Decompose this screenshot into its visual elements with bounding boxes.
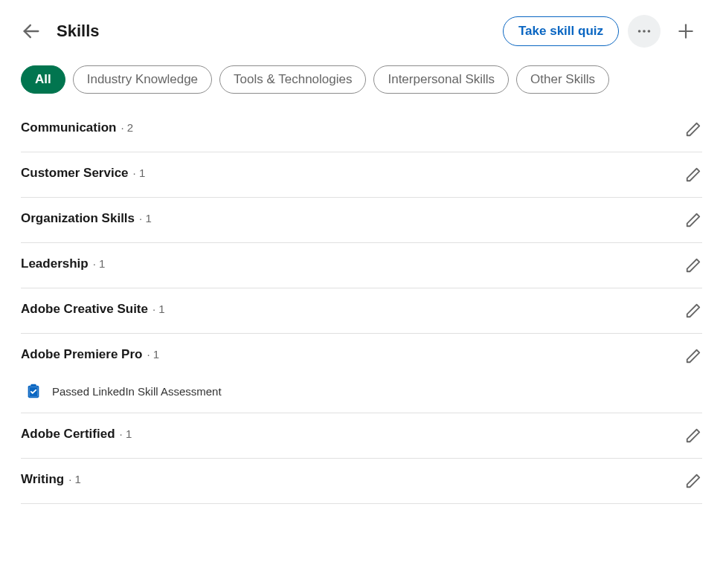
- assessment-line: Passed LinkedIn Skill Assessment: [25, 383, 222, 399]
- skill-name: Customer Service: [21, 166, 129, 181]
- header-left: Skills: [21, 21, 99, 42]
- pencil-icon[interactable]: [684, 166, 702, 184]
- skill-info: Customer Service· 1: [21, 166, 145, 181]
- assessment-text: Passed LinkedIn Skill Assessment: [52, 385, 222, 398]
- pencil-icon[interactable]: [684, 472, 702, 490]
- svg-point-1: [638, 30, 641, 33]
- pencil-icon[interactable]: [684, 427, 702, 445]
- pencil-icon[interactable]: [684, 256, 702, 274]
- skill-title-line: Leadership· 1: [21, 256, 105, 271]
- take-skill-quiz-button[interactable]: Take skill quiz: [503, 16, 619, 46]
- clipboard-check-icon: [25, 383, 42, 399]
- skill-info: Adobe Premiere Pro· 1Passed LinkedIn Ski…: [21, 347, 222, 399]
- skill-endorsement-count: · 2: [120, 121, 133, 134]
- skill-title-line: Organization Skills· 1: [21, 211, 152, 226]
- skill-title-line: Customer Service· 1: [21, 166, 145, 181]
- skill-endorsement-count: · 1: [133, 167, 146, 179]
- skill-endorsement-count: · 1: [120, 427, 132, 440]
- skill-endorsement-count: · 1: [68, 473, 81, 485]
- skill-row: Adobe Creative Suite· 1: [21, 288, 702, 334]
- skill-name: Writing: [21, 472, 64, 487]
- skill-title-line: Communication· 2: [21, 120, 133, 135]
- filter-pill-tools-technologies[interactable]: Tools & Technologies: [219, 65, 366, 94]
- pencil-icon[interactable]: [684, 302, 702, 320]
- back-icon[interactable]: [21, 21, 42, 42]
- skill-row: Organization Skills· 1: [21, 198, 702, 243]
- skill-info: Adobe Certified· 1: [21, 427, 132, 442]
- skill-info: Adobe Creative Suite· 1: [21, 302, 165, 317]
- add-button[interactable]: [669, 15, 702, 48]
- pencil-icon[interactable]: [684, 347, 702, 365]
- skills-list: Communication· 2Customer Service· 1Organ…: [21, 113, 702, 504]
- skill-endorsement-count: · 1: [147, 348, 159, 361]
- skill-endorsement-count: · 1: [139, 212, 152, 224]
- skill-name: Adobe Premiere Pro: [21, 347, 142, 362]
- filter-pill-interpersonal-skills[interactable]: Interpersonal Skills: [373, 65, 509, 94]
- pencil-icon[interactable]: [684, 120, 702, 138]
- svg-point-2: [643, 30, 646, 33]
- skill-row: Communication· 2: [21, 113, 702, 152]
- skill-row: Writing· 1: [21, 459, 702, 504]
- skill-name: Adobe Creative Suite: [21, 302, 148, 317]
- skill-info: Writing· 1: [21, 472, 81, 487]
- skill-title-line: Adobe Certified· 1: [21, 427, 132, 442]
- skill-name: Communication: [21, 120, 116, 135]
- skill-name: Organization Skills: [21, 211, 135, 226]
- more-options-button[interactable]: [628, 15, 661, 48]
- page-title: Skills: [57, 22, 99, 41]
- filter-pill-other-skills[interactable]: Other Skills: [516, 65, 609, 94]
- skill-row: Leadership· 1: [21, 243, 702, 288]
- skill-info: Leadership· 1: [21, 256, 105, 271]
- pencil-icon[interactable]: [684, 211, 702, 229]
- skill-endorsement-count: · 1: [152, 303, 165, 315]
- skill-title-line: Adobe Premiere Pro· 1: [21, 347, 222, 362]
- filter-pill-all[interactable]: All: [21, 65, 65, 94]
- header-right: Take skill quiz: [503, 15, 702, 48]
- skill-title-line: Writing· 1: [21, 472, 81, 487]
- skill-info: Organization Skills· 1: [21, 211, 152, 226]
- skill-row: Customer Service· 1: [21, 152, 702, 198]
- skill-row: Adobe Certified· 1: [21, 413, 702, 459]
- skill-name: Adobe Certified: [21, 427, 115, 442]
- skill-endorsement-count: · 1: [93, 257, 106, 270]
- skill-title-line: Adobe Creative Suite· 1: [21, 302, 165, 317]
- filter-bar: AllIndustry KnowledgeTools & Technologie…: [21, 65, 702, 94]
- skill-row: Adobe Premiere Pro· 1Passed LinkedIn Ski…: [21, 334, 702, 413]
- skill-info: Communication· 2: [21, 120, 133, 135]
- page-header: Skills Take skill quiz: [21, 15, 702, 48]
- skill-name: Leadership: [21, 256, 89, 271]
- svg-point-3: [648, 30, 651, 33]
- filter-pill-industry-knowledge[interactable]: Industry Knowledge: [73, 65, 212, 94]
